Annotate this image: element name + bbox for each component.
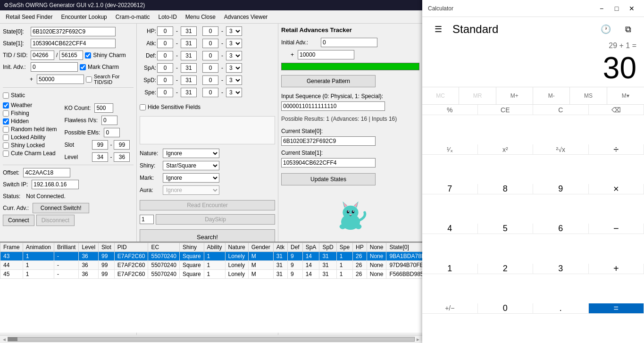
static-checkbox[interactable] [3, 92, 9, 99]
atk-max[interactable] [181, 39, 197, 48]
calc-compact-button[interactable]: ⧉ [619, 21, 636, 38]
calc-2-button[interactable]: 2 [478, 264, 534, 274]
calc-percent-button[interactable]: % [422, 105, 478, 115]
def-col3-max[interactable]: 31 [226, 51, 242, 60]
nature-select[interactable]: Ignore [163, 149, 219, 158]
dayskip-button[interactable]: DaySkip [156, 214, 275, 225]
spe-col3-max[interactable]: 31 [226, 88, 242, 97]
table-row[interactable]: 441-3699E7AF2C6055070240Square1LonelyM31… [0, 261, 423, 270]
col-level[interactable]: Level [79, 243, 99, 252]
spd-col3-max[interactable]: 31 [226, 75, 242, 85]
spa-col3-min[interactable] [202, 63, 218, 73]
col-nature[interactable]: Nature [225, 243, 248, 252]
spd-max[interactable] [181, 75, 197, 85]
search-tidsid-checkbox[interactable] [86, 76, 92, 83]
calc-ce-button[interactable]: CE [478, 105, 534, 115]
menu-close[interactable]: Menu Close [182, 12, 219, 22]
table-row[interactable]: 451-3699E7AF2C6055070240Square1LonelyM31… [0, 270, 423, 279]
calc-minimize-button[interactable]: − [595, 2, 608, 15]
atk-col3-min[interactable] [202, 39, 218, 48]
state0-input[interactable] [31, 27, 116, 36]
cute-charm-checkbox[interactable] [3, 151, 9, 157]
dayskip-num-input[interactable] [140, 215, 154, 224]
calc-equals-button[interactable]: = [589, 303, 644, 314]
shiny-locked-checkbox[interactable] [3, 142, 9, 149]
fishing-checkbox[interactable] [3, 110, 9, 117]
plus-adv-input[interactable] [298, 50, 354, 59]
calc-9-button[interactable]: 9 [533, 184, 589, 194]
calc-square-button[interactable]: x² [478, 144, 534, 155]
bottom-scrollbar[interactable]: ◄ ► [0, 335, 422, 343]
connect-button[interactable]: Connect [3, 215, 34, 226]
menu-encounter-lookup[interactable]: Encounter Lookup [57, 12, 110, 22]
calc-close-button[interactable]: ✕ [625, 2, 638, 15]
spa-max[interactable] [181, 63, 197, 73]
plus-value-input[interactable] [37, 75, 84, 84]
menu-loto-id[interactable]: Loto-ID [154, 12, 180, 22]
menu-advances-viewer[interactable]: Advances Viewer [220, 12, 272, 22]
calc-0-button[interactable]: 0 [478, 303, 534, 314]
current-state1-input[interactable] [281, 158, 376, 167]
switchip-input[interactable] [32, 180, 79, 189]
col-animation[interactable]: Animation [23, 243, 54, 252]
read-encounter-button[interactable]: Read Encounter [140, 200, 275, 210]
slot-min-input[interactable] [92, 140, 108, 150]
calc-mminus-button[interactable]: M- [533, 87, 570, 104]
col-ability[interactable]: Ability [204, 243, 225, 252]
aura-select[interactable]: Ignore [163, 185, 219, 195]
col-iv2[interactable]: Def [288, 243, 303, 252]
tid-input[interactable] [31, 50, 54, 60]
spe-min[interactable] [157, 88, 173, 97]
calc-c-button[interactable]: C [533, 105, 589, 115]
def-min[interactable] [157, 51, 173, 60]
col-iv5[interactable]: Spe [336, 243, 352, 252]
disconnect-button[interactable]: Disconnect [36, 215, 75, 226]
col-iv4[interactable]: SpD [319, 243, 336, 252]
menu-retail-seed-finder[interactable]: Retail Seed Finder [2, 12, 56, 22]
col-iv6[interactable]: HP [353, 243, 367, 252]
col-frame[interactable]: Frame [0, 243, 23, 252]
weather-checkbox[interactable] [3, 102, 9, 109]
calc-negate-button[interactable]: +/− [422, 303, 478, 314]
hide-sensitive-checkbox[interactable] [140, 104, 146, 110]
col-gender[interactable]: Gender [248, 243, 273, 252]
calc-add-button[interactable]: + [589, 264, 644, 274]
spe-col3-min[interactable] [202, 88, 218, 97]
shiny-charm-checkbox[interactable] [85, 52, 91, 59]
calc-menu-button[interactable]: ☰ [430, 21, 447, 38]
calc-6-button[interactable]: 6 [533, 224, 589, 234]
calc-maximize-button[interactable]: □ [610, 2, 623, 15]
shiny-select[interactable]: Star/Square [163, 161, 219, 170]
initadv-input[interactable] [31, 62, 78, 72]
calc-mr-button[interactable]: MR [459, 87, 496, 104]
col-none[interactable]: None [367, 243, 386, 252]
calc-8-button[interactable]: 8 [478, 184, 534, 194]
col-pid[interactable]: PID [114, 243, 148, 252]
calc-7-button[interactable]: 7 [422, 184, 478, 194]
spa-col3-max[interactable]: 31 [226, 63, 242, 73]
spd-col3-min[interactable] [202, 75, 218, 85]
sid-input[interactable] [59, 50, 83, 60]
random-held-checkbox[interactable] [3, 126, 9, 133]
initial-adv-input[interactable] [321, 38, 377, 47]
spe-max[interactable] [181, 88, 197, 97]
hp-col3-max[interactable]: 31 [226, 26, 242, 36]
level-min-input[interactable] [92, 152, 108, 162]
calc-reciprocal-button[interactable]: ¹⁄ₓ [422, 144, 478, 155]
slot-max-input[interactable] [114, 140, 130, 150]
calc-divide-button[interactable]: ÷ [589, 144, 644, 155]
calc-ms-button[interactable]: MS [570, 87, 607, 104]
input-seq-input[interactable] [281, 101, 385, 111]
atk-col3-max[interactable]: 31 [226, 39, 242, 48]
spd-min[interactable] [157, 75, 173, 85]
ko-count-input[interactable] [94, 103, 113, 113]
def-col3-min[interactable] [202, 51, 218, 60]
mark-charm-checkbox[interactable] [80, 64, 86, 70]
col-ec[interactable]: EC [148, 243, 179, 252]
calc-mplus-button[interactable]: M+ [496, 87, 533, 104]
calc-decimal-button[interactable]: . [533, 303, 589, 314]
offset-input[interactable] [23, 168, 70, 177]
locked-ability-checkbox[interactable] [3, 134, 9, 141]
generate-pattern-button[interactable]: Generate Pattern [281, 75, 376, 87]
calc-3-button[interactable]: 3 [533, 264, 589, 274]
